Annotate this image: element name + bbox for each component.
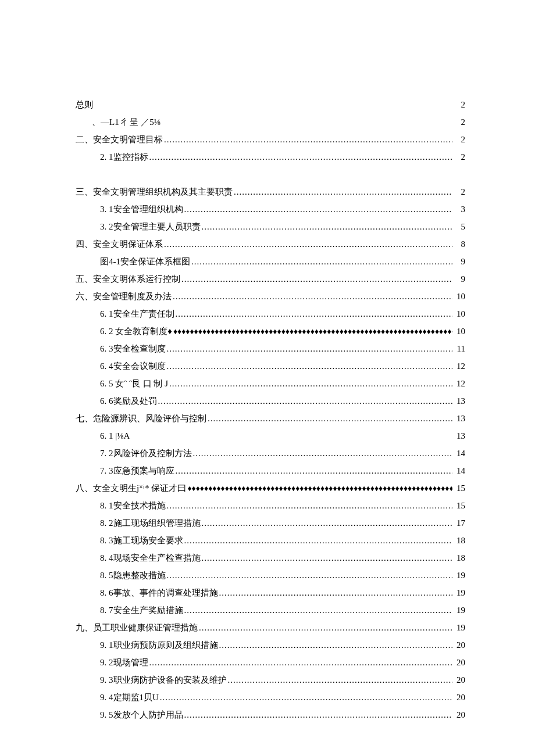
toc-label: 8. 7安全生产奖励措施 — [100, 601, 183, 619]
toc-page-number: 2 — [452, 148, 465, 166]
toc-entry: 、—L1 彳呈 ／5⅛2 — [76, 113, 465, 131]
toc-label: 8. 4现场安全生产检查措施 — [100, 549, 201, 567]
toc-label: 六、安全管理制度及办法 — [76, 288, 172, 305]
toc-leader — [180, 270, 452, 288]
toc-page-number: 2 — [452, 96, 465, 113]
toc-page-number: 12 — [452, 375, 465, 392]
toc-entry: 图4-1安全保证体系框图9 — [76, 253, 465, 270]
toc-leader — [183, 601, 453, 619]
toc-entry: 9. 1职业病预防原则及组织措施20 — [76, 636, 465, 654]
toc-leader — [163, 235, 452, 253]
toc-label: 8. 2施工现场组织管理措施 — [100, 514, 201, 532]
toc-leader — [166, 340, 453, 357]
toc-page-number: 13 — [452, 427, 465, 445]
toc-page-number: 18 — [452, 532, 465, 549]
toc-page-number: 8 — [452, 235, 465, 253]
toc-leader — [192, 445, 453, 462]
toc-label: 9. 2现场管理 — [100, 654, 148, 671]
toc-page-number: 19 — [452, 601, 465, 619]
toc-leader — [172, 288, 452, 305]
toc-label: 七、危险源辨识、风险评价与控制 — [76, 410, 206, 427]
toc-page-number: 20 — [452, 689, 465, 706]
toc-page-number: 2 — [452, 183, 465, 200]
toc-entry: 8. 7安全生产奖励措施19 — [76, 601, 465, 619]
toc-leader — [157, 392, 453, 410]
toc-page-number: 19 — [452, 619, 465, 636]
toc-entry: 2. 1监控指标2 — [76, 148, 465, 166]
table-of-contents: 总则2、—L1 彳呈 ／5⅛2二、安全文明管理目标22. 1监控指标2三、安全文… — [76, 96, 465, 723]
toc-entry: 8. 5隐患整改措施19 — [76, 567, 465, 584]
toc-page-number: 20 — [452, 636, 465, 654]
toc-page-number: 15 — [452, 497, 465, 514]
toc-leader — [218, 584, 453, 601]
toc-label: 8. 3施工现场安全要求 — [100, 532, 183, 549]
toc-entry: 八、女全文明生jˣⁱ* 保证才曰 15 — [76, 479, 465, 497]
toc-label: 九、员工职业健康保证管理措施 — [76, 619, 198, 636]
toc-label: 9. 4定期监1贝U — [100, 689, 159, 706]
toc-page-number: 2 — [452, 131, 465, 148]
toc-entry: 8. 1安全技术措施15 — [76, 497, 465, 514]
toc-page-number: 9 — [452, 270, 465, 288]
toc-page-number: 13 — [452, 410, 465, 427]
toc-page-number: 18 — [452, 549, 465, 567]
toc-label: 总则 — [76, 96, 93, 113]
toc-leader — [218, 636, 453, 654]
toc-entry: 3. 1安全管理组织机构3 — [76, 200, 465, 218]
toc-leader — [183, 532, 453, 549]
toc-label: 二、安全文明管理目标 — [76, 131, 163, 148]
toc-page-number: 17 — [452, 514, 465, 532]
toc-label: 8. 6事故、事件的调查处理措施 — [100, 584, 218, 601]
toc-entry: 9. 4定期监1贝U20 — [76, 689, 465, 706]
toc-entry: 6. 5 女ˆ ˆ艮 口 制 J 12 — [76, 375, 465, 392]
toc-entry: 总则2 — [76, 96, 465, 113]
toc-entry: 8. 2施工现场组织管理措施17 — [76, 514, 465, 532]
toc-entry: 3. 2安全管理主要人员职责5 — [76, 218, 465, 235]
toc-leader — [198, 619, 452, 636]
toc-leader — [227, 671, 453, 689]
toc-leader — [148, 148, 453, 166]
toc-leader — [168, 375, 452, 392]
toc-page-number: 13 — [452, 392, 465, 410]
toc-label: 6. 1安全生产责任制 — [100, 305, 174, 323]
toc-leader — [183, 706, 453, 723]
toc-leader — [148, 654, 453, 671]
toc-page-number: 14 — [452, 445, 465, 462]
toc-entry: 五、安全文明体系运行控制9 — [76, 270, 465, 288]
toc-leader — [166, 357, 453, 375]
toc-label: 9. 5发放个人防护用品 — [100, 706, 183, 723]
toc-page-number: 3 — [452, 200, 465, 218]
toc-label: 三、安全文明管理组织机构及其主要职责 — [76, 183, 233, 200]
toc-label: 3. 2安全管理主要人员职责 — [100, 218, 201, 235]
toc-leader — [201, 218, 453, 235]
toc-entry: 6. 3安全检查制度11 — [76, 340, 465, 357]
toc-page-number: 10 — [452, 323, 465, 340]
toc-label: 6. 4安全会议制度 — [100, 357, 166, 375]
toc-leader — [201, 514, 453, 532]
toc-leader — [206, 410, 452, 427]
toc-label: 6. 2 女全教育制度♦ — [100, 323, 172, 340]
toc-page-number: 5 — [452, 218, 465, 235]
toc-leader — [183, 200, 453, 218]
toc-page-number: 2 — [452, 113, 465, 131]
toc-leader — [201, 549, 453, 567]
toc-leader — [190, 253, 452, 270]
toc-page-number: 9 — [452, 253, 465, 270]
toc-label: 四、安全文明保证体系 — [76, 235, 163, 253]
toc-page-number: 20 — [452, 706, 465, 723]
toc-leader — [174, 462, 453, 479]
toc-label: 五、安全文明体系运行控制 — [76, 270, 180, 288]
toc-page-number: 20 — [452, 654, 465, 671]
toc-label: 3. 1安全管理组织机构 — [100, 200, 183, 218]
toc-gap — [76, 166, 465, 183]
toc-entry: 三、安全文明管理组织机构及其主要职责2 — [76, 183, 465, 200]
toc-entry: 9. 5发放个人防护用品20 — [76, 706, 465, 723]
toc-label: 8. 1安全技术措施 — [100, 497, 166, 514]
toc-page-number: 19 — [452, 584, 465, 601]
toc-label: 7. 3应急预案与响应 — [100, 462, 174, 479]
toc-label: 图4-1安全保证体系框图 — [100, 253, 190, 270]
toc-label: 2. 1监控指标 — [100, 148, 148, 166]
toc-entry: 九、员工职业健康保证管理措施19 — [76, 619, 465, 636]
toc-leader — [166, 497, 453, 514]
toc-page-number: 11 — [452, 340, 465, 357]
toc-entry: 8. 6事故、事件的调查处理措施19 — [76, 584, 465, 601]
